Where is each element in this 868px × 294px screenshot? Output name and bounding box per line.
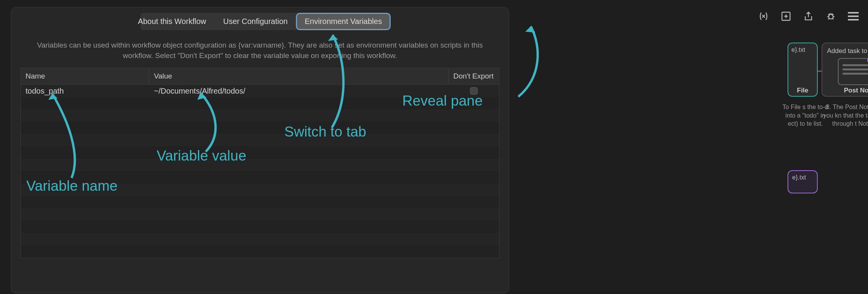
menu-icon[interactable]: [847, 10, 859, 22]
var-value-cell[interactable]: ~/Documents/Alfred/todos/: [149, 85, 449, 97]
table-row-empty: [21, 97, 499, 109]
table-row-empty: [21, 209, 499, 221]
table-header: Name Value Don't Export: [21, 68, 499, 85]
workflow-node-post-notification[interactable]: Added task to { Post Notificatio: [822, 43, 868, 97]
table-row-empty: [21, 171, 499, 184]
tab-about[interactable]: About this Workflow: [130, 14, 214, 29]
table-row-empty: [21, 147, 499, 159]
tab-description: Variables can be used within workflow ob…: [34, 40, 485, 61]
col-header-value[interactable]: Value: [149, 68, 449, 84]
file-extension-badge: e}.txt: [792, 174, 806, 181]
table-row-empty: [21, 196, 499, 209]
table-row-empty: [21, 159, 499, 171]
col-header-dont-export[interactable]: Don't Export: [449, 68, 499, 84]
table-row-empty: [21, 109, 499, 122]
tab-user-configuration[interactable]: User Configuration: [215, 14, 296, 29]
svg-marker-5: [525, 26, 535, 32]
config-tabs: About this Workflow User Configuration E…: [140, 13, 379, 30]
env-vars-table: Name Value Don't Export todos_path ~/Doc…: [21, 68, 499, 258]
debug-icon[interactable]: [825, 10, 837, 22]
tab-environment-variables[interactable]: Environment Variables: [297, 14, 390, 29]
col-header-name[interactable]: Name: [21, 68, 149, 84]
variables-icon[interactable]: [757, 10, 770, 22]
table-row-empty: [21, 246, 499, 258]
var-name-cell[interactable]: todos_path: [21, 85, 149, 97]
node-title: Added task to {: [827, 47, 868, 55]
node-description: 8. The Post Notifica output lets you kn …: [822, 103, 868, 128]
node-label: Post Notificatio: [822, 87, 868, 94]
table-row-empty: [21, 233, 499, 246]
header-toolbar: [757, 10, 859, 22]
share-icon[interactable]: [802, 10, 815, 22]
table-row[interactable]: todos_path ~/Documents/Alfred/todos/: [21, 85, 499, 97]
workflow-config-dialog: About this Workflow User Configuration E…: [11, 7, 509, 293]
node-label: File: [788, 87, 817, 94]
dont-export-checkbox[interactable]: [470, 87, 478, 95]
notification-preview-icon: [838, 58, 868, 85]
annotation-arrow: [514, 23, 561, 102]
table-row-empty: [21, 122, 499, 134]
table-row-empty: [21, 134, 499, 147]
table-row-empty: [21, 184, 499, 196]
add-icon[interactable]: [780, 10, 792, 22]
file-extension-badge: e}.txt: [791, 46, 805, 53]
workflow-node-write-file-2[interactable]: e}.txt: [788, 170, 818, 193]
table-body: todos_path ~/Documents/Alfred/todos/: [21, 85, 499, 258]
var-dont-export-cell[interactable]: [449, 85, 499, 96]
workflow-node-write-file[interactable]: e}.txt File: [788, 43, 818, 97]
table-row-empty: [21, 221, 499, 233]
